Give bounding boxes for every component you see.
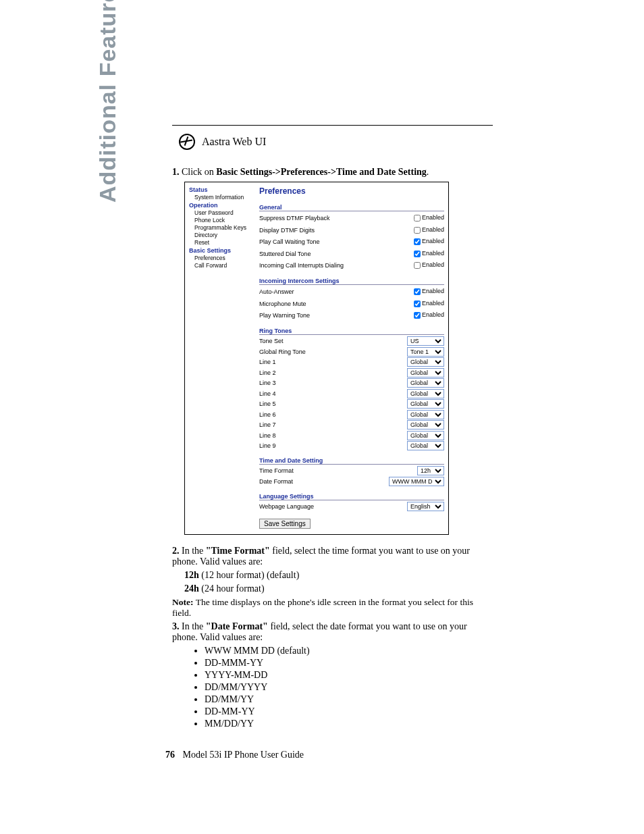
line-label: Line 1	[259, 359, 276, 365]
enabled-checkbox[interactable]	[414, 251, 421, 257]
nav-status[interactable]: Status	[189, 186, 257, 193]
setting-label: Auto-Answer	[259, 288, 294, 295]
webui-header: Aastra Web UI	[179, 134, 493, 150]
nav-progkeys[interactable]: Programmable Keys	[189, 224, 257, 231]
enabled-label: Enabled	[422, 214, 444, 221]
enabled-checkbox[interactable]	[414, 262, 421, 269]
list-item: YYYY-MM-DD	[205, 670, 493, 681]
toneset-row: Tone Set US	[259, 336, 444, 346]
line-ringtone-select[interactable]: Global	[407, 431, 444, 440]
line-ringtone-select[interactable]: Global	[407, 389, 444, 398]
line-ringtone-select[interactable]: Global	[407, 410, 444, 419]
nav-basic[interactable]: Basic Settings	[189, 247, 257, 254]
enabled-checkbox[interactable]	[414, 227, 421, 234]
timeformat-label: Time Format	[259, 467, 294, 474]
dateformat-select[interactable]: WWW MMM DD	[389, 477, 444, 486]
preferences-screenshot: Status System Information Operation User…	[184, 182, 449, 535]
nav-operation[interactable]: Operation	[189, 202, 257, 209]
setting-row: Play Warning ToneEnabled	[259, 310, 444, 321]
nav-reset[interactable]: Reset	[189, 239, 257, 246]
setting-row: Microphone MuteEnabled	[259, 298, 444, 309]
setting-label: Play Warning Tone	[259, 312, 310, 319]
line-row: Line 2Global	[259, 368, 444, 377]
enabled-label: Enabled	[422, 288, 444, 294]
enabled-checkbox[interactable]	[414, 215, 421, 221]
setting-row: Suppress DTMF PlaybackEnabled	[259, 213, 444, 224]
nav-phonelock[interactable]: Phone Lock	[189, 217, 257, 224]
enabled-label: Enabled	[422, 238, 444, 244]
intercom-header: Incoming Intercom Settings	[259, 278, 444, 285]
dateformat-options: WWW MMM DD (default)DD-MMM-YYYYYY-MM-DDD…	[194, 646, 493, 729]
list-item: MM/DD/YY	[205, 719, 493, 729]
line-row: Line 6Global	[259, 410, 444, 419]
nav-sysinfo[interactable]: System Information	[189, 194, 257, 201]
line-label: Line 2	[259, 369, 276, 376]
line-ringtone-select[interactable]: Global	[407, 368, 444, 377]
setting-label: Microphone Mute	[259, 301, 306, 307]
language-select[interactable]: English	[407, 502, 444, 511]
line-ringtone-select[interactable]: Global	[407, 357, 444, 367]
setting-row: Incoming Call Interrupts DialingEnabled	[259, 260, 444, 271]
enabled-label: Enabled	[422, 250, 444, 257]
language-header: Language Settings	[259, 493, 444, 500]
line-row: Line 3Global	[259, 378, 444, 388]
globalring-select[interactable]: Tone 1	[407, 347, 444, 357]
sidebar-chapter-title: Additional Features	[95, 0, 121, 203]
line-row: Line 1Global	[259, 357, 444, 367]
setting-row: Play Call Waiting ToneEnabled	[259, 236, 444, 247]
save-settings-button[interactable]: Save Settings	[259, 519, 311, 529]
text: (24 hour format)	[199, 583, 265, 594]
line-ringtone-select[interactable]: Global	[407, 378, 444, 388]
nav-directory[interactable]: Directory	[189, 232, 257, 238]
general-header: General	[259, 204, 444, 211]
enabled-checkbox[interactable]	[414, 301, 421, 307]
bold: 12h	[184, 570, 199, 580]
page-footer: 76 Model 53i IP Phone User Guide	[165, 750, 304, 760]
enabled-checkbox[interactable]	[414, 312, 421, 319]
toneset-label: Tone Set	[259, 338, 284, 344]
enabled-label: Enabled	[422, 261, 444, 268]
setting-label: Suppress DTMF Playback	[259, 215, 330, 221]
timeformat-opt-24h: 24h (24 hour format)	[184, 583, 493, 594]
step-number: 3.	[172, 621, 180, 631]
line-row: Line 8Global	[259, 431, 444, 440]
step-number: 2.	[172, 546, 180, 556]
line-ringtone-select[interactable]: Global	[407, 441, 444, 450]
timeformat-opt-12h: 12h (12 hour format) (default)	[184, 570, 493, 581]
line-label: Line 4	[259, 390, 276, 397]
screenshot-panel: Preferences General Suppress DTMF Playba…	[258, 182, 448, 534]
line-row: Line 4Global	[259, 389, 444, 398]
enabled-checkbox[interactable]	[414, 238, 421, 245]
nav-userpw[interactable]: User Password	[189, 209, 257, 216]
line-ringtone-select[interactable]: Global	[407, 399, 444, 409]
enabled-checkbox[interactable]	[414, 288, 421, 295]
text: .	[427, 167, 429, 177]
main-content: Aastra Web UI 1. Click on Basic Settings…	[172, 125, 493, 732]
nav-callfwd[interactable]: Call Forward	[189, 262, 257, 269]
note-text: The time displays on the phone's idle sc…	[172, 597, 473, 618]
note: Note: The time displays on the phone's i…	[172, 597, 493, 619]
nav-prefs[interactable]: Preferences	[189, 255, 257, 261]
line-label: Line 7	[259, 421, 276, 428]
setting-label: Stuttered Dial Tone	[259, 251, 311, 257]
timeformat-row: Time Format 12h	[259, 466, 444, 475]
line-row: Line 7Global	[259, 420, 444, 429]
language-row: Webpage Language English	[259, 502, 444, 511]
timeformat-select[interactable]: 12h	[417, 466, 444, 475]
bold: 24h	[184, 583, 199, 594]
globe-icon	[179, 134, 195, 150]
line-label: Line 6	[259, 411, 276, 418]
globalring-row: Global Ring Tone Tone 1	[259, 347, 444, 357]
page-number: 76	[165, 750, 175, 760]
setting-label: Incoming Call Interrupts Dialing	[259, 262, 344, 269]
dateformat-row: Date Format WWW MMM DD	[259, 477, 444, 486]
globalring-label: Global Ring Tone	[259, 348, 306, 355]
text: In the	[182, 546, 206, 556]
line-label: Line 9	[259, 442, 276, 449]
line-ringtone-select[interactable]: Global	[407, 420, 444, 429]
toneset-select[interactable]: US	[407, 336, 444, 346]
bold: "Date Format"	[206, 621, 268, 631]
preferences-title: Preferences	[259, 186, 444, 196]
step-1: 1. Click on Basic Settings->Preferences-…	[172, 167, 493, 178]
text: Click on	[182, 167, 216, 177]
